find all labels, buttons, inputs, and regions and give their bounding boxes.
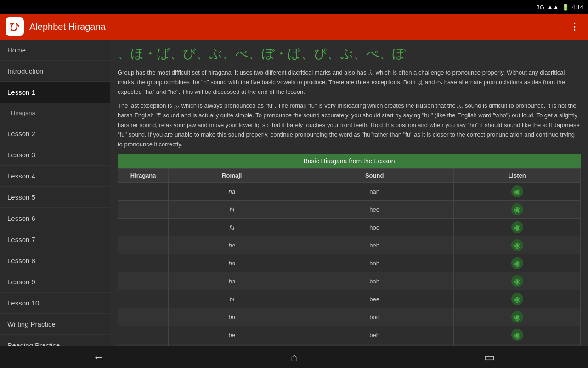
sidebar-item-writing-practice[interactable]: Writing Practice bbox=[0, 314, 110, 335]
hiragana-cell bbox=[118, 236, 169, 254]
sound-cell: hah bbox=[295, 183, 454, 201]
home-button[interactable]: ⌂ bbox=[282, 347, 307, 367]
listen-cell: ◉ bbox=[454, 326, 581, 344]
listen-cell: ◉ bbox=[454, 290, 581, 308]
content-area: 、ほ・ば、び、ぶ、べ、ぼ・ぱ、ぴ、ぷ、ぺ、ぽ Group has the mos… bbox=[110, 40, 588, 346]
listen-cell: ◉ bbox=[454, 254, 581, 272]
romaji-cell: fu bbox=[169, 218, 295, 236]
sound-cell: bah bbox=[295, 272, 454, 290]
table-row: boboh◉ bbox=[118, 344, 581, 346]
hiragana-table: Basic Hiragana from the Lesson Hiragana … bbox=[118, 154, 581, 346]
sound-cell: boh bbox=[295, 344, 454, 346]
col-header-sound: Sound bbox=[295, 169, 454, 183]
menu-icon[interactable]: ⋮ bbox=[567, 18, 582, 35]
col-header-romaji: Romaji bbox=[169, 169, 295, 183]
romaji-cell: ha bbox=[169, 183, 295, 201]
listen-button[interactable]: ◉ bbox=[511, 329, 523, 341]
hiragana-header: 、ほ・ば、び、ぶ、べ、ぼ・ぱ、ぴ、ぷ、ぺ、ぽ bbox=[118, 45, 581, 63]
listen-cell: ◉ bbox=[454, 344, 581, 346]
col-header-listen: Listen bbox=[454, 169, 581, 183]
table-row: bebeh◉ bbox=[118, 326, 581, 344]
app-title: Alephbet Hiragana bbox=[29, 22, 561, 32]
listen-button[interactable]: ◉ bbox=[511, 257, 523, 269]
table-row: hahah◉ bbox=[118, 183, 581, 201]
sidebar-item-lesson10[interactable]: Lesson 10 bbox=[0, 293, 110, 314]
signal-indicator: ▲▲ bbox=[547, 4, 559, 11]
listen-button[interactable]: ◉ bbox=[511, 293, 523, 305]
listen-cell: ◉ bbox=[454, 308, 581, 326]
sidebar-item-introduction[interactable]: Introduction bbox=[0, 61, 110, 82]
sidebar-item-lesson2[interactable]: Lesson 2 bbox=[0, 123, 110, 144]
romaji-cell: hi bbox=[169, 201, 295, 218]
network-indicator: 3G bbox=[537, 4, 544, 11]
listen-button[interactable]: ◉ bbox=[511, 203, 523, 215]
listen-cell: ◉ bbox=[454, 218, 581, 236]
table-row: fuhoo◉ bbox=[118, 218, 581, 236]
hiragana-cell bbox=[118, 344, 169, 346]
recents-button[interactable]: ▭ bbox=[475, 347, 504, 367]
hiragana-cell bbox=[118, 290, 169, 308]
sidebar-item-home[interactable]: Home bbox=[0, 40, 110, 61]
listen-cell: ◉ bbox=[454, 201, 581, 218]
nav-bar: ← ⌂ ▭ bbox=[0, 346, 588, 368]
sidebar-item-lesson5[interactable]: Lesson 5 bbox=[0, 187, 110, 208]
hiragana-cell bbox=[118, 326, 169, 344]
sidebar-item-lesson6[interactable]: Lesson 6 bbox=[0, 208, 110, 229]
sound-cell: hoo bbox=[295, 218, 454, 236]
col-header-hiragana: Hiragana bbox=[118, 169, 169, 183]
sound-cell: bee bbox=[295, 290, 454, 308]
back-button[interactable]: ← bbox=[84, 347, 114, 367]
listen-button[interactable]: ◉ bbox=[511, 221, 523, 233]
table-body: hahah◉hihee◉fuhoo◉heheh◉hohoh◉babah◉bibe… bbox=[118, 183, 581, 346]
sound-cell: hoh bbox=[295, 254, 454, 272]
battery-icon: 🔋 bbox=[562, 4, 569, 11]
hiragana-cell bbox=[118, 272, 169, 290]
app-bar: ひ Alephbet Hiragana ⋮ bbox=[0, 14, 588, 40]
listen-button[interactable]: ◉ bbox=[511, 185, 523, 197]
paragraph-2: The last exception is ふ which is always … bbox=[118, 101, 581, 149]
romaji-cell: bu bbox=[169, 308, 295, 326]
sidebar-item-lesson1[interactable]: Lesson 1 bbox=[0, 82, 110, 103]
romaji-cell: be bbox=[169, 326, 295, 344]
table-row: heheh◉ bbox=[118, 236, 581, 254]
sidebar: HomeIntroductionLesson 1HiraganaLesson 2… bbox=[0, 40, 110, 346]
table-row: bibee◉ bbox=[118, 290, 581, 308]
sidebar-item-lesson1-sub[interactable]: Hiragana bbox=[0, 103, 110, 123]
sidebar-item-reading-practice[interactable]: Reading Practice bbox=[0, 335, 110, 346]
listen-button[interactable]: ◉ bbox=[511, 275, 523, 287]
sidebar-item-lesson4[interactable]: Lesson 4 bbox=[0, 166, 110, 187]
listen-button[interactable]: ◉ bbox=[511, 311, 523, 323]
hiragana-cell bbox=[118, 254, 169, 272]
listen-cell: ◉ bbox=[454, 236, 581, 254]
romaji-cell: bo bbox=[169, 344, 295, 346]
sound-cell: boo bbox=[295, 308, 454, 326]
main-layout: HomeIntroductionLesson 1HiraganaLesson 2… bbox=[0, 40, 588, 346]
listen-cell: ◉ bbox=[454, 183, 581, 201]
hiragana-cell bbox=[118, 183, 169, 201]
sound-cell: hee bbox=[295, 201, 454, 218]
hiragana-cell bbox=[118, 308, 169, 326]
table-row: hohoh◉ bbox=[118, 254, 581, 272]
romaji-cell: ba bbox=[169, 272, 295, 290]
sound-cell: beh bbox=[295, 326, 454, 344]
app-icon: ひ bbox=[6, 17, 24, 36]
romaji-cell: he bbox=[169, 236, 295, 254]
hiragana-cell bbox=[118, 218, 169, 236]
listen-button[interactable]: ◉ bbox=[511, 239, 523, 251]
listen-cell: ◉ bbox=[454, 272, 581, 290]
romaji-cell: bi bbox=[169, 290, 295, 308]
table-title: Basic Hiragana from the Lesson bbox=[118, 154, 581, 169]
hiragana-cell bbox=[118, 201, 169, 218]
sidebar-item-lesson9[interactable]: Lesson 9 bbox=[0, 271, 110, 293]
table-row: hihee◉ bbox=[118, 201, 581, 218]
paragraph-1: Group has the most difficult set of hira… bbox=[118, 68, 581, 97]
sidebar-item-lesson3[interactable]: Lesson 3 bbox=[0, 144, 110, 166]
romaji-cell: ho bbox=[169, 254, 295, 272]
sidebar-item-lesson7[interactable]: Lesson 7 bbox=[0, 229, 110, 250]
table-row: babah◉ bbox=[118, 272, 581, 290]
status-bar: 3G ▲▲ 🔋 4:14 bbox=[0, 0, 588, 14]
sidebar-item-lesson8[interactable]: Lesson 8 bbox=[0, 250, 110, 271]
sound-cell: heh bbox=[295, 236, 454, 254]
table-row: buboo◉ bbox=[118, 308, 581, 326]
time-display: 4:14 bbox=[572, 4, 583, 11]
